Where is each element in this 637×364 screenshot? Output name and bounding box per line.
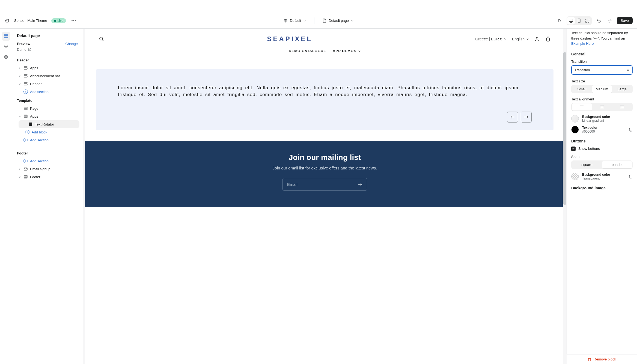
undo-button[interactable] xyxy=(595,17,603,25)
add-section-template-button[interactable]: + Add section xyxy=(14,136,81,144)
language-selector[interactable]: English xyxy=(512,37,529,41)
status-text: Live xyxy=(57,19,63,23)
save-button[interactable]: Save xyxy=(617,17,633,24)
settings-rail-button[interactable] xyxy=(2,42,10,51)
item-label: Header xyxy=(30,82,42,86)
left-rail xyxy=(0,29,12,364)
chevron-down-icon xyxy=(19,115,21,118)
svg-rect-17 xyxy=(24,84,27,85)
item-label: Apps xyxy=(30,114,38,118)
button-bg-swatch xyxy=(571,173,579,180)
preview-demo-link[interactable]: Demo xyxy=(12,47,83,55)
sidebar-item-apps[interactable]: Apps xyxy=(14,64,81,72)
size-small[interactable]: Small xyxy=(572,85,592,93)
store-header: SEAPIXEL Greece | EUR € English xyxy=(85,29,564,45)
add-section-header-button[interactable]: + Add section xyxy=(14,88,81,96)
add-block-label: Add block xyxy=(32,130,47,134)
section-icon xyxy=(23,66,28,70)
bg-color-value: Linear gradient xyxy=(582,119,633,123)
change-preview-link[interactable]: Change xyxy=(65,42,78,46)
remove-block-button[interactable]: Remove block xyxy=(567,354,637,364)
undo-icon xyxy=(597,19,601,23)
arrow-left-icon xyxy=(510,115,515,119)
nav-app-demos[interactable]: APP DEMOS xyxy=(333,49,361,53)
cart-button[interactable] xyxy=(545,36,551,42)
sections-rail-button[interactable] xyxy=(2,32,10,41)
sidebar-item-page[interactable]: Page xyxy=(14,105,81,112)
search-button[interactable] xyxy=(99,36,104,42)
add-section-label: Add section xyxy=(30,138,49,142)
sidebar-item-template-apps[interactable]: Apps xyxy=(14,112,81,120)
redo-button[interactable] xyxy=(606,17,614,25)
example-link[interactable]: Example Here xyxy=(571,41,594,46)
store-logo[interactable]: SEAPIXEL xyxy=(267,35,312,43)
topbar-center: Default Default page xyxy=(281,17,356,25)
mobile-view-button[interactable] xyxy=(575,17,583,25)
svg-rect-6 xyxy=(4,37,8,38)
align-left[interactable] xyxy=(572,103,592,111)
shape-square[interactable]: square xyxy=(572,161,602,168)
svg-rect-25 xyxy=(24,177,27,178)
chevron-right-icon xyxy=(19,67,21,69)
align-right-icon xyxy=(620,105,624,109)
nav-demo-catalogue[interactable]: DEMO CATALOGUE xyxy=(289,49,326,53)
align-center[interactable] xyxy=(592,103,612,111)
add-block-button[interactable]: + Add block xyxy=(14,128,81,136)
svg-rect-4 xyxy=(4,35,8,35)
sidebar-item-header[interactable]: Header xyxy=(14,80,81,88)
svg-rect-13 xyxy=(24,68,27,69)
fullscreen-view-button[interactable] xyxy=(584,17,591,25)
shape-rounded[interactable]: rounded xyxy=(602,161,632,168)
text-color-value: #000000 xyxy=(582,130,626,133)
locale-dropdown[interactable]: Default xyxy=(281,17,309,25)
show-buttons-row[interactable]: Show buttons xyxy=(571,147,633,151)
database-icon[interactable] xyxy=(629,175,633,178)
page-dropdown[interactable]: Default page xyxy=(320,17,356,25)
transition-select[interactable]: Transition 1 xyxy=(571,65,633,75)
button-bg-value: Transparent xyxy=(582,177,626,180)
bg-color-row[interactable]: Background color Linear gradient xyxy=(571,115,633,123)
next-button[interactable] xyxy=(521,112,532,123)
sidebar-item-email-signup[interactable]: Email signup xyxy=(14,165,81,173)
align-left-icon xyxy=(580,105,584,109)
size-large[interactable]: Large xyxy=(612,85,632,93)
region-selector[interactable]: Greece | EUR € xyxy=(475,37,507,41)
show-buttons-checkbox[interactable] xyxy=(571,147,576,151)
text-align-label: Text alignment xyxy=(571,97,633,101)
fullscreen-icon xyxy=(585,19,589,23)
item-label: Page xyxy=(30,106,38,111)
section-icon xyxy=(23,106,28,111)
footer-group-label: Footer xyxy=(12,148,83,157)
prev-button[interactable] xyxy=(507,112,518,123)
sidebar-item-announcement-bar[interactable]: Announcement bar xyxy=(14,72,81,80)
section-icon xyxy=(23,175,28,179)
desktop-view-button[interactable] xyxy=(567,17,575,25)
add-section-footer-button[interactable]: + Add section xyxy=(14,157,81,165)
button-bg-color-row[interactable]: Background color Transparent xyxy=(571,173,633,180)
scrollbar-thumb[interactable] xyxy=(563,52,566,205)
arrow-right-icon[interactable] xyxy=(358,183,362,186)
apps-rail-button[interactable] xyxy=(2,53,10,61)
svg-rect-1 xyxy=(569,19,573,22)
sidebar-item-footer[interactable]: Footer xyxy=(14,173,81,181)
svg-point-28 xyxy=(629,128,632,129)
add-section-label: Add section xyxy=(30,159,49,163)
email-field[interactable] xyxy=(287,182,358,187)
text-rotator-block[interactable]: Lorem ipsum dolor sit amet, consectetur … xyxy=(96,69,553,130)
database-icon[interactable] xyxy=(629,128,633,132)
item-label: Text Rotator xyxy=(35,122,54,126)
sidebar-item-text-rotator[interactable]: Text Rotator xyxy=(19,120,79,128)
text-color-row[interactable]: Text color #000000 xyxy=(571,126,633,133)
canvas-scrollbar[interactable] xyxy=(563,29,567,364)
inspector-toggle-button[interactable] xyxy=(556,17,563,25)
align-right[interactable] xyxy=(612,103,632,111)
exit-button[interactable] xyxy=(4,18,10,23)
check-icon xyxy=(572,148,575,150)
page-title: Default page xyxy=(12,32,83,41)
size-medium[interactable]: Medium xyxy=(592,85,612,93)
plus-circle-icon: + xyxy=(23,89,28,94)
more-menu-button[interactable] xyxy=(70,19,77,22)
top-bar: Sense - Main Theme Live Default Default … xyxy=(0,13,637,28)
mobile-icon xyxy=(578,19,581,23)
account-button[interactable] xyxy=(534,36,540,42)
